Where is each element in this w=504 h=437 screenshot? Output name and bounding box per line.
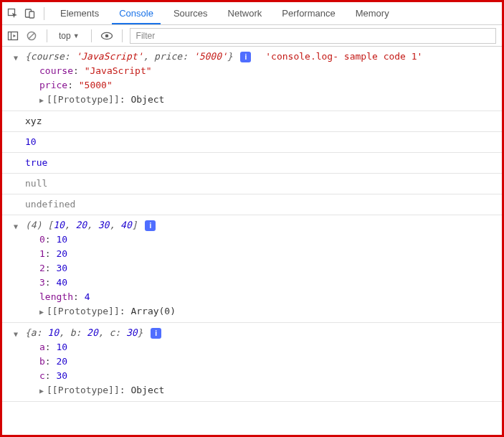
log-entry: undefined	[2, 194, 502, 215]
prop-value: "JavaScript"	[85, 65, 152, 76]
log-number: 10	[25, 136, 37, 147]
log-null: null	[25, 178, 47, 189]
live-expression-icon[interactable]	[99, 28, 115, 44]
clear-console-icon[interactable]	[24, 28, 39, 44]
console-toolbar: top ▼ Filter	[2, 25, 502, 47]
sidebar-toggle-icon[interactable]	[5, 28, 21, 44]
chevron-down-icon: ▼	[73, 32, 80, 39]
object-preview[interactable]: {a: 10, b: 20, c: 30}	[25, 327, 143, 338]
object-props: a: 10 b: 20 c: 30 ▶[[Prototype]]: Object	[25, 340, 496, 398]
tab-elements[interactable]: Elements	[50, 2, 109, 24]
array-items: 0: 10 1: 20 2: 30 3: 40 length: 4 ▶[[Pro…	[25, 232, 496, 319]
context-selector[interactable]: top ▼	[54, 29, 84, 42]
prop-key: a	[39, 342, 45, 352]
log-string: xyz	[25, 116, 42, 126]
array-preview[interactable]: (4) [10, 20, 30, 40]	[25, 220, 138, 230]
prop-value: 40	[56, 277, 67, 288]
log-entry: ▼ {course: 'JavaScript', price: '5000'} …	[2, 47, 502, 111]
prop-value: "5000"	[79, 80, 113, 90]
prototype-value[interactable]: Array(0)	[130, 306, 176, 316]
tab-performance[interactable]: Performance	[272, 2, 345, 24]
filter-input[interactable]: Filter	[130, 28, 496, 44]
svg-point-8	[105, 34, 108, 37]
inspect-icon[interactable]	[5, 6, 21, 22]
log-bool: true	[25, 157, 47, 168]
tab-sources[interactable]: Sources	[163, 2, 218, 24]
object-props: course: "JavaScript" price: "5000" ▶[[Pr…	[25, 64, 496, 108]
separator	[122, 29, 123, 42]
separator	[91, 29, 92, 42]
log-entry: ▼ {a: 10, b: 20, c: 30} i a: 10 b: 20 c:…	[2, 323, 502, 402]
svg-rect-3	[9, 32, 18, 39]
svg-rect-2	[29, 11, 34, 18]
prop-value: 10	[56, 234, 67, 245]
prototype-value[interactable]: Object	[130, 385, 164, 395]
disclosure-triangle-icon[interactable]: ▼	[14, 220, 18, 234]
disclosure-triangle-icon[interactable]: ▶	[39, 384, 47, 398]
prop-key: 1	[39, 248, 45, 259]
prototype-label: [[Prototype]]	[47, 306, 120, 316]
tab-network[interactable]: Network	[218, 2, 272, 24]
separator	[44, 7, 44, 20]
console-output: ▼ {course: 'JavaScript', price: '5000'} …	[2, 47, 502, 402]
prop-value: 20	[56, 248, 67, 259]
disclosure-triangle-icon[interactable]: ▶	[39, 305, 47, 319]
prop-key: 2	[39, 263, 45, 273]
log-undefined: undefined	[25, 199, 75, 210]
log-entry: null	[2, 174, 502, 194]
prop-key: 3	[39, 277, 45, 288]
tab-console[interactable]: Console	[109, 2, 163, 24]
prop-value: 30	[56, 370, 67, 381]
log-entry: xyz	[2, 111, 502, 132]
separator	[47, 29, 47, 42]
prototype-value[interactable]: Object	[130, 94, 164, 105]
prop-value: 10	[56, 342, 67, 352]
info-icon[interactable]: i	[240, 52, 251, 62]
prop-key: price	[39, 80, 67, 90]
disclosure-triangle-icon[interactable]: ▼	[14, 327, 18, 342]
panel-tabs: Elements Console Sources Network Perform…	[50, 2, 399, 24]
info-icon[interactable]: i	[151, 328, 161, 339]
prop-value: 30	[56, 263, 67, 273]
devtools-topbar: Elements Console Sources Network Perform…	[2, 2, 502, 25]
context-label: top	[59, 31, 71, 41]
prop-value: 20	[56, 356, 67, 367]
prop-key: b	[39, 356, 45, 367]
log-entry: ▼ (4) [10, 20, 30, 40] i 0: 10 1: 20 2: …	[2, 215, 502, 323]
prop-key: c	[39, 370, 45, 381]
object-preview[interactable]: {course: 'JavaScript', price: '5000'}	[25, 51, 233, 62]
prototype-label: [[Prototype]]	[47, 94, 120, 105]
length-label: length	[39, 291, 73, 302]
length-value: 4	[85, 291, 90, 302]
disclosure-triangle-icon[interactable]: ▶	[39, 93, 47, 108]
log-entry: 10	[2, 132, 502, 153]
log-entry: true	[2, 153, 502, 174]
prop-key: course	[39, 65, 73, 76]
prop-key: 0	[39, 234, 45, 245]
prototype-label: [[Prototype]]	[47, 385, 120, 395]
svg-line-6	[29, 33, 34, 39]
log-message: 'console.log- sample code 1'	[265, 51, 422, 62]
disclosure-triangle-icon[interactable]: ▼	[14, 51, 18, 65]
device-toggle-icon[interactable]	[22, 6, 38, 22]
info-icon[interactable]: i	[145, 220, 156, 231]
tab-memory[interactable]: Memory	[346, 2, 399, 24]
